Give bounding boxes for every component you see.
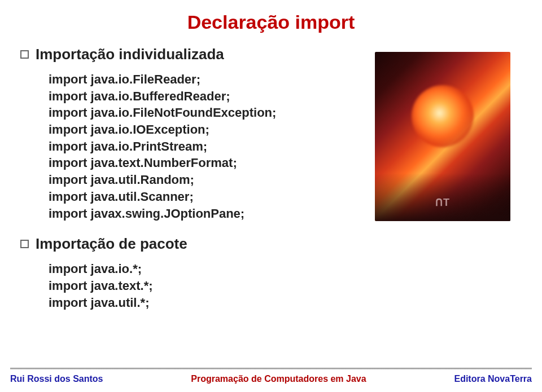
section2-code: import java.io.*; import java.text.*; im… xyxy=(49,261,519,311)
footer: Rui Rossi dos Santos Programação de Comp… xyxy=(0,362,542,392)
decorative-image: ᑎT xyxy=(375,52,510,221)
bullet-box-icon xyxy=(20,240,29,248)
section2-heading: Importação de pacote xyxy=(36,235,187,253)
bullet-box-icon xyxy=(20,50,29,59)
code-line: import java.util.*; xyxy=(49,294,519,311)
footer-title: Programação de Computadores em Java xyxy=(191,374,366,384)
code-line: import java.text.*; xyxy=(49,278,519,294)
decorative-logo: ᑎT xyxy=(435,196,450,209)
section2-heading-row: Importação de pacote xyxy=(20,235,519,253)
section1-heading: Importação individualizada xyxy=(36,46,224,63)
footer-author: Rui Rossi dos Santos xyxy=(10,374,103,384)
page-title: Declaração import xyxy=(23,11,519,33)
code-line: import java.io.*; xyxy=(49,261,519,278)
footer-publisher: Editora NovaTerra xyxy=(454,374,532,384)
footer-divider xyxy=(10,368,532,369)
